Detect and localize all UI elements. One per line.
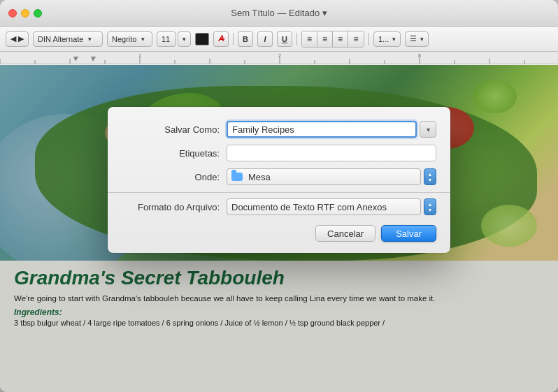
underline-button[interactable]: U bbox=[277, 31, 292, 47]
filename-input[interactable] bbox=[227, 121, 417, 138]
maximize-button[interactable] bbox=[34, 9, 42, 17]
color-swatch[interactable] bbox=[195, 33, 209, 45]
tags-label: Etiquetas: bbox=[122, 148, 227, 159]
traffic-lights bbox=[8, 9, 42, 17]
separator bbox=[369, 33, 369, 45]
svg-text:2: 2 bbox=[278, 53, 281, 58]
arrow-down-icon: ▼ bbox=[428, 177, 433, 182]
italic-icon: I bbox=[264, 35, 266, 43]
chevron-down-icon: ▾ bbox=[392, 36, 396, 43]
format-select[interactable]: Documento de Texto RTF com Anexos bbox=[227, 198, 421, 215]
cancel-button[interactable]: Cancelar bbox=[315, 225, 375, 242]
arrow-up-icon: ▲ bbox=[428, 202, 433, 207]
font-style-label: Negrito bbox=[112, 35, 136, 43]
alignment-group: ≡ ≡ ≡ ≡ bbox=[301, 31, 364, 48]
font-size-input[interactable]: 11 bbox=[157, 31, 176, 47]
where-label: Onde: bbox=[122, 172, 227, 182]
bold-icon: B bbox=[243, 35, 248, 43]
format-stepper[interactable]: ▲ ▼ bbox=[424, 198, 436, 215]
font-size-value: 11 bbox=[162, 35, 170, 43]
ruler-svg: 1 2 8 bbox=[0, 52, 558, 64]
numbering-button[interactable]: 1... ▾ bbox=[373, 31, 401, 47]
expand-chevron-button[interactable]: ▾ bbox=[420, 121, 436, 138]
svg-text:8: 8 bbox=[418, 53, 421, 58]
strikethrough-icon: A̶ bbox=[218, 34, 224, 43]
tags-input[interactable] bbox=[227, 145, 436, 161]
ruler: 1 2 8 bbox=[0, 52, 558, 64]
font-style-select[interactable]: Negrito ▾ bbox=[107, 31, 152, 47]
separator bbox=[233, 33, 234, 45]
chevron-down-icon: ▾ bbox=[183, 36, 186, 43]
save-as-row: Salvar Como: ▾ bbox=[122, 121, 436, 138]
chevron-down-icon: ▾ bbox=[141, 36, 145, 43]
font-size-stepper[interactable]: ▾ bbox=[178, 31, 191, 47]
dialog-overlay: Salvar Como: ▾ Etiquetas: Onde: bbox=[0, 65, 558, 392]
separator-line bbox=[108, 192, 450, 193]
align-justify-button[interactable]: ≡ bbox=[348, 31, 364, 47]
right-arrow-icon: ▶ bbox=[18, 34, 24, 43]
arrow-up-icon: ▲ bbox=[428, 172, 433, 177]
folder-icon bbox=[231, 173, 243, 181]
font-family-select[interactable]: DIN Alternate ▾ bbox=[33, 31, 103, 47]
align-right-button[interactable]: ≡ bbox=[333, 31, 348, 47]
minimize-button[interactable] bbox=[21, 9, 29, 17]
toolbar: ◀ ▶ DIN Alternate ▾ Negrito ▾ 11 ▾ A̶ bbox=[0, 27, 558, 52]
app-window: Sem Título — Editado ▾ ◀ ▶ DIN Alternate… bbox=[0, 0, 558, 392]
save-as-label: Salvar Como: bbox=[122, 124, 227, 135]
save-dialog: Salvar Como: ▾ Etiquetas: Onde: bbox=[108, 107, 450, 253]
nav-arrows-button[interactable]: ◀ ▶ bbox=[6, 31, 29, 47]
chevron-down-icon: ▾ bbox=[420, 36, 424, 43]
underline-icon: U bbox=[282, 35, 287, 43]
align-center-button[interactable]: ≡ bbox=[317, 31, 333, 47]
format-row: Formato do Arquivo: Documento de Texto R… bbox=[122, 198, 436, 215]
window-title: Sem Título — Editado ▾ bbox=[231, 8, 327, 18]
chevron-down-icon: ▾ bbox=[427, 126, 430, 133]
close-button[interactable] bbox=[8, 9, 17, 17]
location-row: Onde: Mesa ▲ ▼ bbox=[122, 168, 436, 185]
content-area: Grandma's Secret Tabbouleh We're going t… bbox=[0, 65, 558, 392]
tags-row: Etiquetas: bbox=[122, 145, 436, 161]
font-family-label: DIN Alternate bbox=[38, 35, 83, 43]
location-value: Mesa bbox=[248, 172, 271, 182]
bold-button[interactable]: B bbox=[238, 31, 253, 47]
format-value: Documento de Texto RTF com Anexos bbox=[231, 202, 387, 212]
separator bbox=[296, 33, 297, 45]
strikethrough-button[interactable]: A̶ bbox=[213, 31, 229, 47]
left-arrow-icon: ◀ bbox=[10, 34, 16, 43]
location-stepper[interactable]: ▲ ▼ bbox=[424, 168, 436, 185]
bullets-label: ☰ bbox=[410, 34, 417, 43]
bullets-button[interactable]: ☰ ▾ bbox=[405, 31, 429, 47]
numbering-label: 1... bbox=[378, 35, 389, 43]
arrow-down-icon: ▼ bbox=[428, 208, 433, 212]
titlebar: Sem Título — Editado ▾ bbox=[0, 0, 558, 27]
format-label: Formato do Arquivo: bbox=[122, 202, 227, 212]
chevron-down-icon: ▾ bbox=[88, 36, 92, 43]
align-left-button[interactable]: ≡ bbox=[302, 31, 317, 47]
italic-button[interactable]: I bbox=[257, 31, 273, 47]
svg-text:1: 1 bbox=[138, 53, 141, 58]
location-select[interactable]: Mesa bbox=[227, 168, 421, 185]
dialog-buttons: Cancelar Salvar bbox=[122, 225, 436, 242]
save-button[interactable]: Salvar bbox=[381, 225, 436, 242]
